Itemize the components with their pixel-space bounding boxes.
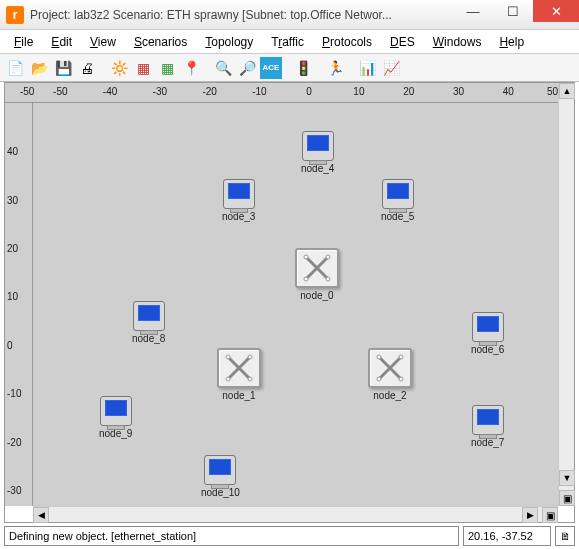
toolbar: 📄 📂 💾 🖨 🔆 ▦ ▦ 📍 🔍 🔎 ACE 🚦 🏃 📊 📈 [0,54,579,82]
node-3[interactable]: node_3 [222,179,255,222]
workspace: -50 -50 -40 -30 -20 -10 0 10 20 30 40 50… [4,82,575,523]
switch-icon [368,348,412,388]
scrollbar-vertical[interactable]: ▲ ▼ ▣ [558,83,574,506]
ruler-x-tick: -50 [20,86,34,97]
menu-windows[interactable]: Windows [425,33,490,51]
graph-button[interactable]: 📈 [380,57,402,79]
svg-point-9 [248,355,252,359]
ruler-x-tick: -20 [202,86,216,97]
ruler-x-tick: -40 [103,86,117,97]
svg-point-4 [304,277,308,281]
scroll-right-button[interactable]: ▶ [522,507,538,523]
scroll-up-button[interactable]: ▲ [559,83,575,99]
workstation-icon [472,405,504,435]
minimize-button[interactable]: — [453,0,493,22]
ruler-horizontal: -50 -50 -40 -30 -20 -10 0 10 20 30 40 50 [5,83,558,103]
menu-protocols[interactable]: Protocols [314,33,380,51]
status-lock-icon: 🗎 [555,526,575,546]
status-message: Defining new object. [ethernet_station] [4,526,459,546]
menu-traffic[interactable]: Traffic [263,33,312,51]
ruler-y-tick: 40 [7,146,18,157]
ruler-y-tick: -10 [7,388,21,399]
menu-scenarios[interactable]: Scenarios [126,33,195,51]
node-label: node_1 [217,390,261,401]
node-10[interactable]: node_10 [201,455,240,498]
menu-file[interactable]: File [6,33,41,51]
new-doc-button[interactable]: 📄 [4,57,26,79]
menu-topology[interactable]: Topology [197,33,261,51]
app-icon: r [6,6,24,24]
zoom-out-button[interactable]: 🔎 [236,57,258,79]
ruler-y-tick: -20 [7,436,21,447]
menu-file-label: ile [21,35,33,49]
title-bar: r Project: lab3z2 Scenario: ETH sprawny … [0,0,579,30]
menu-view[interactable]: View [82,33,124,51]
node-1-switch[interactable]: node_1 [217,348,261,401]
menu-edit[interactable]: Edit [43,33,80,51]
open-button[interactable]: 📂 [28,57,50,79]
svg-point-17 [399,377,403,381]
scroll-down-button[interactable]: ▼ [559,470,575,486]
svg-point-15 [399,355,403,359]
svg-point-16 [377,377,381,381]
workstation-icon [382,179,414,209]
switch-icon [295,248,339,288]
status-coordinates: 20.16, -37.52 [463,526,551,546]
topology-canvas[interactable]: node_4 node_3 node_5 node_0 node_8 node_… [33,103,558,506]
close-button[interactable]: ✕ [533,0,579,22]
node-9[interactable]: node_9 [99,396,132,439]
ruler-y-tick: -30 [7,484,21,495]
workstation-icon [223,179,255,209]
maximize-button[interactable]: ☐ [493,0,533,22]
ruler-x-tick: 40 [503,86,514,97]
ruler-y-tick: 30 [7,194,18,205]
ruler-x-tick: 10 [353,86,364,97]
svg-point-11 [248,377,252,381]
palette-button[interactable]: 🔆 [108,57,130,79]
ruler-x-tick: 0 [306,86,312,97]
svg-point-5 [326,277,330,281]
ruler-y-tick: 10 [7,291,18,302]
node-label: node_2 [368,390,412,401]
node-2-switch[interactable]: node_2 [368,348,412,401]
results-button[interactable]: 📊 [356,57,378,79]
scrollbar-horizontal[interactable]: ◀ ▶ ▣ [33,506,558,522]
svg-point-2 [304,255,308,259]
ruler-y-tick: 0 [7,339,13,350]
node-0-switch[interactable]: node_0 [295,248,339,301]
ruler-x-tick: -10 [252,86,266,97]
status-bar: Defining new object. [ethernet_station] … [4,526,575,546]
scroll-left-button[interactable]: ◀ [33,507,49,523]
tool-green-button[interactable]: ▦ [156,57,178,79]
ruler-x-tick: -50 [53,86,67,97]
ruler-x-tick: -30 [153,86,167,97]
window-title: Project: lab3z2 Scenario: ETH sprawny [S… [30,8,453,22]
workstation-icon [302,131,334,161]
print-button[interactable]: 🖨 [76,57,98,79]
svg-point-14 [377,355,381,359]
overview-button[interactable]: ▣ [559,490,575,506]
menu-des[interactable]: DES [382,33,423,51]
node-7[interactable]: node_7 [471,405,504,448]
node-5[interactable]: node_5 [381,179,414,222]
ace-button[interactable]: ACE [260,57,282,79]
workstation-icon [472,312,504,342]
corner-button[interactable]: ▣ [542,507,558,523]
menu-help[interactable]: Help [491,33,532,51]
zoom-in-button[interactable]: 🔍 [212,57,234,79]
svg-point-8 [226,355,230,359]
menu-bar: File Edit View Scenarios Topology Traffi… [0,30,579,54]
node-label: node_0 [295,290,339,301]
save-button[interactable]: 💾 [52,57,74,79]
tool-red-button[interactable]: ▦ [132,57,154,79]
node-6[interactable]: node_6 [471,312,504,355]
node-4[interactable]: node_4 [301,131,334,174]
run-button[interactable]: 🏃 [324,57,346,79]
workstation-icon [100,396,132,426]
node-8[interactable]: node_8 [132,301,165,344]
marker-button[interactable]: 📍 [180,57,202,79]
switch-icon [217,348,261,388]
ruler-x-tick: 50 [547,86,558,97]
ruler-vertical: 40 30 20 10 0 -10 -20 -30 [5,103,33,506]
traffic-light-icon[interactable]: 🚦 [292,57,314,79]
